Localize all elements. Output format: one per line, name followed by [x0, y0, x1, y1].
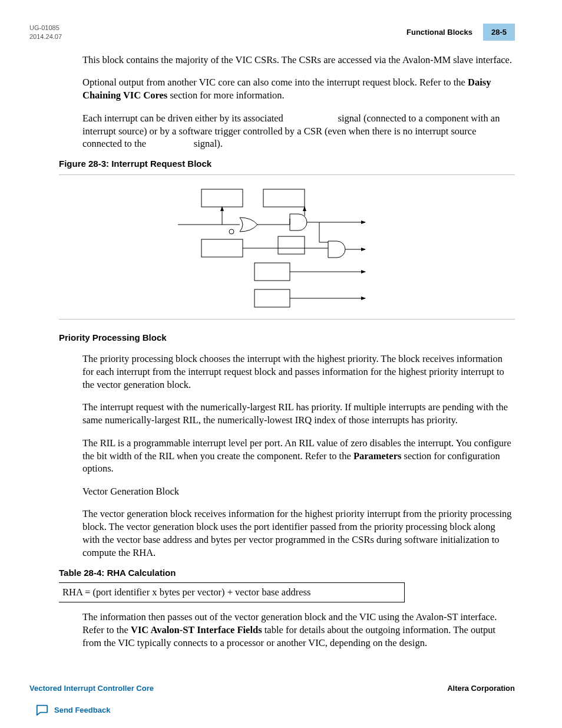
figure-caption: Figure 28-3: Interrupt Request Block — [59, 159, 515, 169]
paragraph: Vector Generation Block — [82, 485, 515, 498]
svg-rect-1 — [263, 189, 305, 207]
footer-left: Vectored Interrupt Controller Core — [29, 684, 154, 693]
svg-rect-19 — [254, 289, 290, 307]
inline-ref: Parameters — [353, 450, 402, 462]
paragraph: The information then passes out of the v… — [82, 611, 515, 650]
doc-id: UG-01085 — [29, 24, 62, 32]
feedback-label: Send Feedback — [54, 706, 110, 714]
doc-date: 2014.24.07 — [29, 32, 62, 41]
page-header: UG-01085 2014.24.07 Functional Blocks 28… — [29, 24, 515, 42]
section-heading: Priority Processing Block — [59, 332, 515, 342]
section-title: Functional Blocks — [406, 28, 472, 37]
header-title-block: Functional Blocks 28-5 — [406, 24, 515, 41]
svg-rect-13 — [278, 236, 305, 254]
figure-rule — [59, 174, 515, 175]
paragraph: The priority processing block chooses th… — [82, 353, 515, 391]
inline-ref: VIC Avalon-ST Interface Fields — [131, 624, 262, 635]
paragraph: The interrupt request with the numerical… — [82, 401, 515, 427]
table: RHA = (port identifier x bytes per vecto… — [59, 582, 515, 602]
send-feedback-link[interactable]: Send Feedback — [35, 703, 110, 716]
footer-right: Altera Corporation — [447, 684, 515, 693]
table-caption: Table 28-4: RHA Calculation — [59, 568, 515, 578]
svg-rect-0 — [201, 189, 243, 207]
page-number: 28-5 — [483, 24, 515, 41]
figure-diagram — [29, 183, 515, 313]
page-footer: Vectored Interrupt Controller Core Alter… — [29, 684, 515, 693]
paragraph: Optional output from another VIC core ca… — [82, 76, 515, 102]
figure-rule — [59, 319, 515, 319]
svg-rect-11 — [201, 239, 243, 257]
table-cell: RHA = (port identifier x bytes per vecto… — [59, 583, 405, 602]
paragraph: This block contains the majority of the … — [82, 54, 515, 67]
header-meta: UG-01085 2014.24.07 — [29, 24, 62, 42]
paragraph: The RIL is a programmable interrupt leve… — [82, 437, 515, 476]
svg-rect-17 — [254, 263, 290, 281]
feedback-icon — [35, 703, 48, 716]
interrupt-block-diagram — [178, 183, 366, 313]
paragraph: The vector generation block receives inf… — [82, 508, 515, 559]
paragraph: Each interrupt can be driven either by i… — [82, 112, 515, 151]
svg-point-5 — [229, 229, 234, 234]
